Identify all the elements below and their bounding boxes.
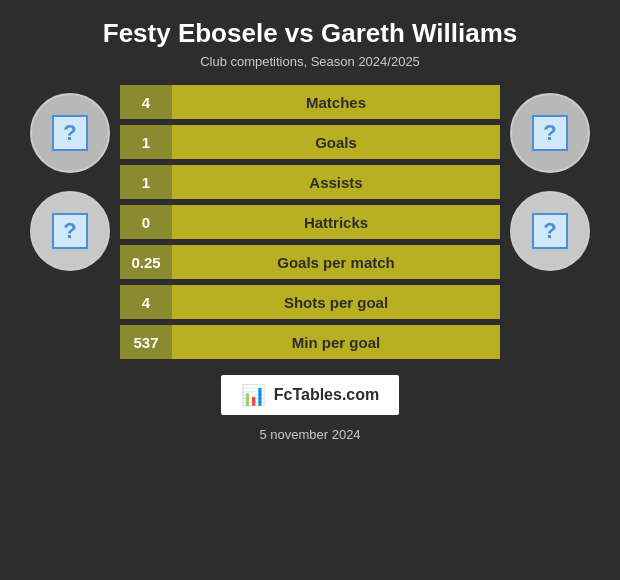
stat-value: 4 <box>120 285 172 319</box>
logo-area: 📊 FcTables.com <box>221 375 400 415</box>
logo-text: FcTables.com <box>274 386 380 404</box>
left-player-col: ? ? <box>20 85 120 271</box>
page-subtitle: Club competitions, Season 2024/2025 <box>103 54 518 69</box>
right-player-icon-bottom: ? <box>532 213 568 249</box>
right-player-avatar-bottom: ? <box>510 191 590 271</box>
stat-label: Goals per match <box>277 254 395 271</box>
stat-bar: Assists <box>172 165 500 199</box>
stat-label: Goals <box>315 134 357 151</box>
footer-date: 5 november 2024 <box>259 427 360 442</box>
stat-row: 4Shots per goal <box>120 285 500 319</box>
left-player-icon-top: ? <box>52 115 88 151</box>
stat-row: 0Hattricks <box>120 205 500 239</box>
stat-bar: Min per goal <box>172 325 500 359</box>
right-player-avatar-top: ? <box>510 93 590 173</box>
stat-row: 1Assists <box>120 165 500 199</box>
stat-label: Assists <box>309 174 362 191</box>
stat-bar: Hattricks <box>172 205 500 239</box>
stat-value: 537 <box>120 325 172 359</box>
logo-icon: 📊 <box>241 383 266 407</box>
left-player-icon-bottom: ? <box>52 213 88 249</box>
stat-value: 4 <box>120 85 172 119</box>
content-area: ? ? 4Matches1Goals1Assists0Hattricks0.25… <box>0 75 620 359</box>
page-title: Festy Ebosele vs Gareth Williams <box>103 18 518 49</box>
stat-bar: Shots per goal <box>172 285 500 319</box>
stat-row: 1Goals <box>120 125 500 159</box>
left-player-avatar-bottom: ? <box>30 191 110 271</box>
stat-value: 0 <box>120 205 172 239</box>
stat-bar: Goals per match <box>172 245 500 279</box>
stat-value: 1 <box>120 125 172 159</box>
logo-box: 📊 FcTables.com <box>221 375 400 415</box>
right-player-icon-top: ? <box>532 115 568 151</box>
stat-row: 537Min per goal <box>120 325 500 359</box>
stat-row: 4Matches <box>120 85 500 119</box>
left-player-avatar-top: ? <box>30 93 110 173</box>
stat-bar: Goals <box>172 125 500 159</box>
stat-value: 0.25 <box>120 245 172 279</box>
stat-label: Hattricks <box>304 214 368 231</box>
right-player-col: ? ? <box>500 85 600 271</box>
stat-row: 0.25Goals per match <box>120 245 500 279</box>
stat-label: Min per goal <box>292 334 380 351</box>
stat-bar: Matches <box>172 85 500 119</box>
stat-label: Shots per goal <box>284 294 388 311</box>
title-section: Festy Ebosele vs Gareth Williams Club co… <box>83 0 538 75</box>
stats-column: 4Matches1Goals1Assists0Hattricks0.25Goal… <box>120 85 500 359</box>
stat-value: 1 <box>120 165 172 199</box>
stat-label: Matches <box>306 94 366 111</box>
